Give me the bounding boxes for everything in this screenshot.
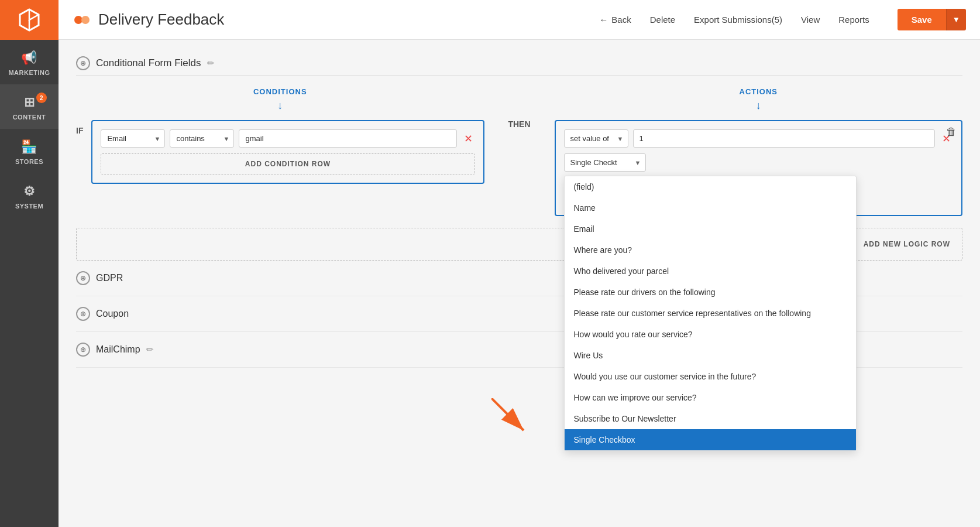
delete-button[interactable]: Delete — [650, 15, 675, 25]
action-field-select[interactable]: Single Checkt — [564, 153, 646, 172]
sidebar-item-system[interactable]: ⚙ SYSTEM — [0, 173, 59, 218]
brand-flame-icon — [73, 11, 91, 29]
save-dropdown-button[interactable]: ▼ — [946, 9, 966, 30]
svg-point-2 — [81, 16, 90, 24]
then-divider: THEN — [496, 87, 543, 216]
reports-label: Reports — [838, 15, 869, 25]
back-arrow-icon: ← — [599, 15, 608, 25]
dropdown-item-who[interactable]: Who delivered your parcel — [565, 261, 856, 282]
action-value-row: set value of ▼ ✕ — [564, 129, 954, 148]
mailchimp-label: MailChimp — [96, 344, 140, 355]
conditions-header: CONDITIONS — [76, 87, 484, 96]
action-field-row: Single Checkt ▼ (field) Name Email Where… — [564, 153, 954, 172]
dropdown-item-email[interactable]: Email — [565, 218, 856, 239]
section-title: Conditional Form Fields — [96, 57, 201, 69]
add-logic-label: ADD NEW LOGIC ROW — [864, 240, 950, 248]
add-condition-row-button[interactable]: ADD CONDITION ROW — [101, 153, 474, 174]
magento-logo-icon — [16, 7, 42, 33]
actions-arrow-icon: ↓ — [555, 100, 963, 112]
content-badge: 2 — [36, 93, 47, 103]
save-group: Save ▼ — [898, 9, 966, 30]
dropdown-item-field[interactable]: (field) — [565, 176, 856, 197]
action-field-select-wrapper: Single Checkt ▼ (field) Name Email Where… — [564, 153, 646, 172]
condition-field-wrapper: Email Name ▼ — [101, 129, 165, 148]
coupon-label: Coupon — [96, 309, 129, 319]
dropdown-item-use-customer-service[interactable]: Would you use our customer service in th… — [565, 366, 856, 387]
sidebar-item-label: MARKETING — [8, 69, 50, 76]
sidebar-logo[interactable] — [0, 0, 59, 40]
sidebar: 📢 MARKETING ⊞ CONTENT 2 🏪 STORES ⚙ SYSTE… — [0, 0, 59, 527]
condition-remove-button[interactable]: ✕ — [462, 132, 475, 145]
conditions-column: CONDITIONS ↓ IF Email Name ▼ — [76, 87, 484, 216]
export-button[interactable]: Export Submissions(5) — [694, 15, 782, 25]
action-type-select[interactable]: set value of — [564, 129, 628, 148]
field-dropdown-overlay: (field) Name Email Where are you? Who de… — [564, 176, 857, 451]
condition-box: Email Name ▼ contains equals ▼ — [91, 120, 484, 184]
sidebar-item-stores[interactable]: 🏪 STORES — [0, 129, 59, 173]
svg-point-1 — [74, 16, 82, 24]
sidebar-item-marketing[interactable]: 📢 MARKETING — [0, 40, 59, 84]
condition-operator-wrapper: contains equals ▼ — [170, 129, 234, 148]
view-button[interactable]: View — [801, 15, 820, 25]
builder-columns: CONDITIONS ↓ IF Email Name ▼ — [76, 87, 962, 216]
sidebar-item-content[interactable]: ⊞ CONTENT 2 — [0, 84, 59, 129]
condition-operator-select[interactable]: contains equals — [170, 129, 234, 148]
action-box: 🗑 set value of ▼ ✕ — [555, 120, 963, 216]
sidebar-item-label: SYSTEM — [15, 203, 43, 210]
view-label: View — [801, 15, 820, 25]
dropdown-item-subscribe[interactable]: Subscribe to Our Newsletter — [565, 408, 856, 429]
action-type-wrapper: set value of ▼ — [564, 129, 628, 148]
dropdown-item-rate-service[interactable]: How would you rate our service? — [565, 324, 856, 345]
sidebar-item-label: STORES — [15, 158, 43, 165]
stores-icon: 🏪 — [21, 139, 37, 155]
save-button[interactable]: Save — [898, 9, 946, 30]
system-icon: ⚙ — [23, 184, 36, 199]
back-button[interactable]: ← Back — [599, 15, 631, 25]
back-label: Back — [611, 15, 631, 25]
section-toggle[interactable]: ⊕ — [76, 56, 90, 70]
condition-value-input[interactable] — [239, 129, 456, 148]
mailchimp-edit-icon[interactable]: ✏ — [146, 344, 154, 355]
action-delete-button[interactable]: 🗑 — [946, 126, 957, 138]
then-label: THEN — [508, 119, 530, 129]
if-label: IF — [76, 120, 83, 135]
topbar-nav: ← Back Delete Export Submissions(5) View… — [599, 9, 966, 30]
topbar: Delivery Feedback ← Back Delete Export S… — [59, 0, 980, 40]
dropdown-item-name[interactable]: Name — [565, 197, 856, 218]
content-icon: ⊞ — [24, 95, 35, 110]
dropdown-item-single-checkbox[interactable]: Single Checkbox — [565, 429, 856, 450]
conditions-arrow-icon: ↓ — [76, 100, 484, 112]
mailchimp-toggle[interactable]: ⊕ — [76, 343, 90, 357]
content-area: ⊕ Conditional Form Fields ✏ CONDITIONS ↓… — [59, 40, 980, 527]
action-value-input[interactable] — [633, 129, 936, 148]
condition-row: Email Name ▼ contains equals ▼ — [101, 129, 474, 148]
coupon-toggle[interactable]: ⊕ — [76, 307, 90, 321]
dropdown-item-rate-customer-service[interactable]: Please rate our customer service represe… — [565, 303, 856, 324]
dropdown-item-wire-us[interactable]: Wire Us — [565, 345, 856, 366]
export-label: Export Submissions(5) — [694, 15, 782, 25]
actions-column: ACTIONS ↓ 🗑 set value of ▼ ✕ — [555, 87, 963, 216]
edit-icon[interactable]: ✏ — [207, 58, 215, 69]
dropdown-item-where[interactable]: Where are you? — [565, 239, 856, 261]
dropdown-item-rate-drivers[interactable]: Please rate our drivers on the following — [565, 282, 856, 303]
gdpr-toggle[interactable]: ⊕ — [76, 271, 90, 285]
section-header: ⊕ Conditional Form Fields ✏ — [76, 52, 962, 76]
main-content: Delivery Feedback ← Back Delete Export S… — [59, 0, 980, 527]
marketing-icon: 📢 — [21, 50, 37, 66]
reports-button[interactable]: Reports — [838, 15, 869, 25]
sidebar-item-label: CONTENT — [13, 114, 46, 121]
condition-field-select[interactable]: Email Name — [101, 129, 165, 148]
actions-header: ACTIONS — [555, 87, 963, 96]
page-title: Delivery Feedback — [98, 11, 599, 29]
delete-label: Delete — [650, 15, 675, 25]
dropdown-item-improve[interactable]: How can we improve our service? — [565, 387, 856, 408]
gdpr-label: GDPR — [96, 273, 123, 283]
